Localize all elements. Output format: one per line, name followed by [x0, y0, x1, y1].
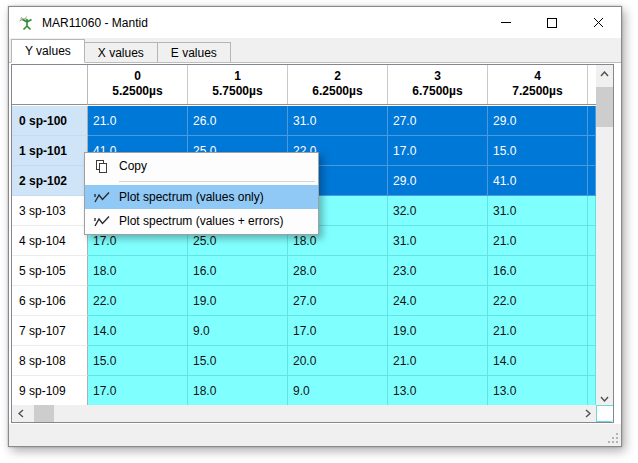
table-corner-cell: [12, 65, 88, 105]
chevron-up-icon: [600, 71, 609, 77]
chevron-down-icon: [600, 396, 609, 402]
v-scrollbar[interactable]: [596, 65, 613, 407]
table-cell[interactable]: 27.0: [388, 106, 488, 136]
column-index-label: 3: [388, 69, 487, 84]
table-row: 0 sp-10021.026.031.027.029.0: [12, 106, 596, 136]
maximize-button[interactable]: [529, 7, 575, 38]
table-cell[interactable]: 9.0: [188, 316, 288, 346]
menu-item-label: Plot spectrum (values + errors): [119, 214, 283, 228]
table-cell[interactable]: 27.0: [288, 286, 388, 316]
table-cell[interactable]: 16.0: [188, 256, 288, 286]
table-cell[interactable]: 20.0: [288, 346, 388, 376]
resize-grip[interactable]: [608, 433, 618, 443]
h-scrollbar[interactable]: [12, 405, 596, 422]
row-header[interactable]: 9 sp-109: [12, 376, 88, 406]
table-cell[interactable]: 16.0: [488, 256, 588, 286]
table-cell[interactable]: 31.0: [488, 196, 588, 226]
table-cell[interactable]: 26.0: [188, 106, 288, 136]
close-icon: [593, 17, 604, 28]
minimize-icon: [501, 22, 511, 23]
row-header[interactable]: 7 sp-107: [12, 316, 88, 346]
scroll-right-button[interactable]: [579, 405, 596, 422]
row-header[interactable]: 6 sp-106: [12, 286, 88, 316]
row-header[interactable]: 1 sp-101: [12, 136, 88, 166]
table-cell[interactable]: 21.0: [88, 106, 188, 136]
menu-item-label: Plot spectrum (values only): [119, 190, 264, 204]
table-cell[interactable]: 41.0: [488, 166, 588, 196]
table-cell[interactable]: 29.0: [488, 106, 588, 136]
close-button[interactable]: [575, 7, 621, 38]
column-header[interactable]: 05.2500µs: [88, 65, 188, 104]
tab-bar: Y values X values E values: [9, 38, 621, 63]
table-cell[interactable]: 21.0: [388, 346, 488, 376]
table-cell[interactable]: 31.0: [388, 226, 488, 256]
column-header[interactable]: 47.2500µs: [488, 65, 588, 104]
table-cell[interactable]: 19.0: [188, 286, 288, 316]
column-time-label: 5.7500µs: [188, 84, 287, 99]
table-cell-partial: [588, 376, 596, 406]
menu-item-copy[interactable]: Copy: [85, 154, 318, 178]
h-scroll-thumb[interactable]: [34, 405, 54, 422]
table-cell[interactable]: 23.0: [388, 256, 488, 286]
column-header[interactable]: 36.7500µs: [388, 65, 488, 104]
row-header[interactable]: 4 sp-104: [12, 226, 88, 256]
row-header[interactable]: 0 sp-100: [12, 106, 88, 136]
table-cell[interactable]: 31.0: [288, 106, 388, 136]
table-cell[interactable]: 17.0: [288, 316, 388, 346]
chevron-left-icon: [18, 409, 24, 418]
table-cell[interactable]: 21.0: [488, 226, 588, 256]
table-cell[interactable]: 18.0: [188, 376, 288, 406]
table-cell[interactable]: 18.0: [88, 256, 188, 286]
table-cell-partial: [588, 286, 596, 316]
data-table: 05.2500µs15.7500µs26.2500µs36.7500µs47.2…: [11, 64, 614, 423]
table-cell[interactable]: 21.0: [488, 316, 588, 346]
table-cell[interactable]: 17.0: [388, 136, 488, 166]
v-scroll-thumb[interactable]: [596, 87, 613, 127]
table-cell[interactable]: 15.0: [188, 346, 288, 376]
table-cell[interactable]: 29.0: [388, 166, 488, 196]
column-time-label: 6.2500µs: [288, 84, 387, 99]
scroll-up-button[interactable]: [596, 65, 613, 82]
table-row: 5 sp-10518.016.028.023.016.0: [12, 256, 596, 286]
tab-e-values[interactable]: E values: [157, 42, 231, 62]
table-cell[interactable]: 13.0: [488, 376, 588, 406]
titlebar[interactable]: MAR11060 - Mantid: [9, 7, 621, 38]
table-cell[interactable]: 19.0: [388, 316, 488, 346]
row-header[interactable]: 2 sp-102: [12, 166, 88, 196]
table-cell[interactable]: 13.0: [388, 376, 488, 406]
table-cell[interactable]: 17.0: [88, 376, 188, 406]
menu-separator: [119, 181, 315, 182]
window-title: MAR11060 - Mantid: [42, 16, 148, 30]
row-header[interactable]: 5 sp-105: [12, 256, 88, 286]
table-cell[interactable]: 32.0: [388, 196, 488, 226]
table-cell[interactable]: 14.0: [88, 316, 188, 346]
menu-item-plot-errors[interactable]: Plot spectrum (values + errors): [85, 209, 318, 233]
column-index-label: 2: [288, 69, 387, 84]
table-cell[interactable]: 9.0: [288, 376, 388, 406]
column-time-label: 5.2500µs: [88, 84, 187, 99]
table-cell[interactable]: 14.0: [488, 346, 588, 376]
column-index-label: 1: [188, 69, 287, 84]
table-cell-partial: [588, 196, 596, 226]
row-header[interactable]: 3 sp-103: [12, 196, 88, 226]
tab-y-values[interactable]: Y values: [11, 39, 85, 63]
table-cell[interactable]: 24.0: [388, 286, 488, 316]
menu-item-plot-values[interactable]: Plot spectrum (values only): [85, 185, 318, 209]
table-cell-partial: [588, 136, 596, 166]
plot-spectrum-icon: [85, 191, 119, 204]
table-cell[interactable]: 15.0: [88, 346, 188, 376]
mantid-logo-icon: [18, 14, 35, 31]
minimize-button[interactable]: [483, 7, 529, 38]
table-cell[interactable]: 28.0: [288, 256, 388, 286]
table-cell[interactable]: 22.0: [88, 286, 188, 316]
row-header[interactable]: 8 sp-108: [12, 346, 88, 376]
table-cell[interactable]: 22.0: [488, 286, 588, 316]
scroll-left-button[interactable]: [12, 405, 29, 422]
context-menu: Copy Plot spectrum (values only) Plot sp…: [84, 152, 319, 235]
column-header[interactable]: 26.2500µs: [288, 65, 388, 104]
tab-x-values[interactable]: X values: [84, 42, 158, 62]
column-time-label: 6.7500µs: [388, 84, 487, 99]
column-header[interactable]: 15.7500µs: [188, 65, 288, 104]
table-row: 7 sp-10714.09.017.019.021.0: [12, 316, 596, 346]
table-cell[interactable]: 15.0: [488, 136, 588, 166]
